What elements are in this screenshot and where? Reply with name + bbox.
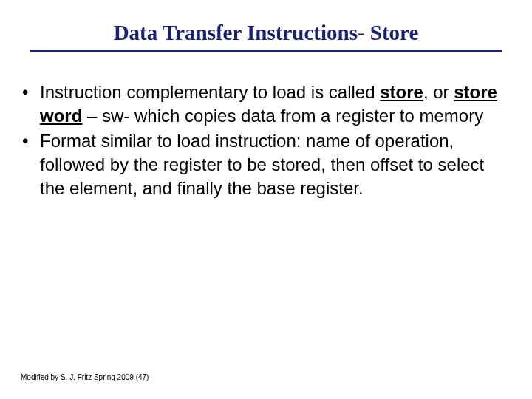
title-underline: [30, 50, 502, 52]
bullet-dot: •: [19, 81, 40, 104]
bullet-item: • Format similar to load instruction: na…: [19, 129, 510, 200]
slide: Data Transfer Instructions- Store • Inst…: [0, 0, 532, 399]
bullet-text: Format similar to load instruction: name…: [40, 129, 510, 200]
body: • Instruction complementary to load is c…: [18, 81, 514, 200]
footer-text: Modified by S. J. Fritz Spring 2009 (47): [21, 373, 149, 381]
title-wrap: Data Transfer Instructions- Store: [18, 21, 514, 45]
bullet-dot: •: [19, 129, 40, 153]
slide-title: Data Transfer Instructions- Store: [114, 21, 419, 45]
bullet-item: • Instruction complementary to load is c…: [19, 81, 510, 128]
bullet-text: Instruction complementary to load is cal…: [40, 81, 510, 128]
